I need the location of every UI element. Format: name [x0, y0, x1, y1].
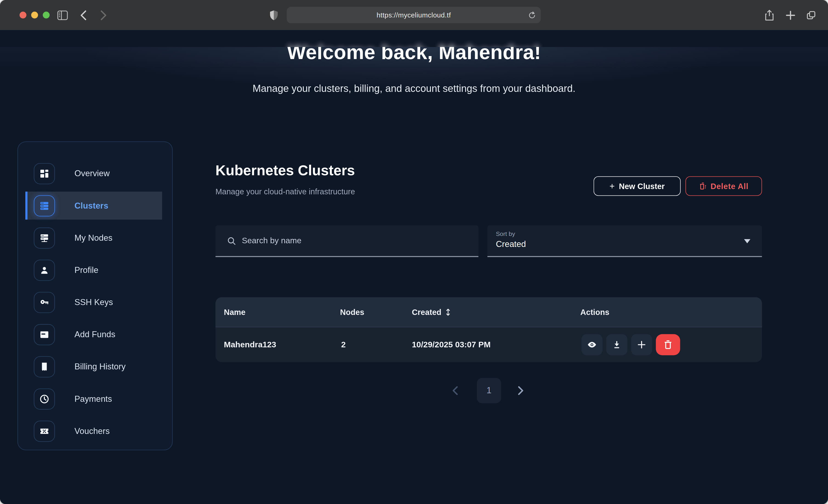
add-icon — [636, 339, 647, 350]
column-nodes: Nodes — [340, 307, 364, 316]
sidebar-item-billing-history[interactable]: Billing History — [18, 350, 172, 383]
sidebar: Overview Clusters — [17, 141, 173, 450]
shield-icon[interactable] — [270, 9, 278, 20]
sidebar-item-label: Overview — [75, 169, 110, 178]
download-icon — [612, 339, 622, 350]
top-blur-strip: Welcome back, Mahendra! — [0, 30, 828, 47]
traffic-lights — [19, 12, 50, 18]
minimize-window-button[interactable] — [31, 12, 38, 18]
node-server-icon — [34, 227, 55, 248]
sidebar-item-label: My Nodes — [75, 233, 113, 242]
credit-card-icon — [34, 324, 55, 345]
servers-icon — [34, 195, 55, 216]
page-subtitle: Manage your cloud-native infrastructure — [215, 187, 355, 196]
delete-cluster-button[interactable] — [656, 334, 680, 355]
sidebar-item-ssh-keys[interactable]: SSH Keys — [18, 286, 172, 318]
welcome-subtitle: Manage your clusters, billing, and accou… — [0, 83, 828, 95]
page-number[interactable]: 1 — [477, 378, 501, 403]
column-name: Name — [224, 307, 245, 316]
sidebar-item-my-nodes[interactable]: My Nodes — [18, 222, 172, 254]
sidebar-item-label: SSH Keys — [75, 297, 113, 307]
download-kubeconfig-button[interactable] — [606, 334, 627, 355]
next-page-button[interactable] — [514, 384, 527, 397]
view-cluster-button[interactable] — [581, 334, 603, 355]
search-input[interactable] — [242, 236, 463, 245]
sidebar-item-label: Profile — [75, 265, 98, 275]
table-header: Name Nodes Created Actions — [215, 297, 762, 327]
page-title: Kubernetes Clusters — [215, 163, 355, 179]
welcome-heading-glow: Welcome back, Mahendra! — [0, 41, 828, 47]
new-cluster-button[interactable]: + New Cluster — [593, 176, 681, 196]
previous-page-button[interactable] — [449, 384, 461, 397]
browser-toolbar: https://myceliumcloud.tf — [0, 0, 828, 30]
back-icon[interactable] — [80, 10, 87, 20]
reload-icon[interactable] — [528, 11, 536, 19]
trash-icon — [699, 182, 706, 191]
cluster-nodes: 2 — [341, 340, 346, 349]
sidebar-item-clusters[interactable]: Clusters — [18, 190, 172, 222]
add-node-button[interactable] — [631, 334, 652, 355]
person-icon — [34, 259, 55, 281]
sort-updown-icon — [445, 308, 451, 316]
sidebar-item-label: Clusters — [75, 201, 108, 210]
sidebar-item-add-funds[interactable]: Add Funds — [18, 319, 172, 350]
search-field[interactable] — [215, 225, 479, 257]
view-icon — [587, 339, 597, 350]
voucher-icon — [34, 420, 55, 442]
search-icon — [227, 236, 236, 245]
sort-dropdown[interactable]: Sort by Created — [487, 225, 762, 257]
tab-overview-icon[interactable] — [806, 10, 816, 20]
sort-label: Sort by — [496, 230, 762, 237]
sidebar-toggle-icon[interactable] — [57, 10, 68, 20]
page-content: Welcome back, Mahendra! Welcome back, Ma… — [0, 30, 828, 504]
column-created-label: Created — [412, 307, 441, 316]
table-row: Mahendra123 2 10/29/2025 03:07 PM — [215, 327, 762, 362]
sidebar-item-vouchers[interactable]: Vouchers — [18, 415, 172, 447]
sidebar-item-label: Payments — [75, 394, 112, 404]
caret-down-icon — [744, 239, 751, 243]
delete-icon — [663, 339, 673, 350]
sidebar-item-profile[interactable]: Profile — [18, 254, 172, 286]
cluster-created: 10/29/2025 03:07 PM — [412, 340, 491, 349]
browser-window: https://myceliumcloud.tf Welcome back, — [0, 0, 828, 504]
sidebar-item-label: Billing History — [75, 362, 126, 371]
plus-icon: + — [610, 181, 615, 192]
new-tab-icon[interactable] — [786, 10, 795, 20]
delete-all-label: Delete All — [711, 181, 748, 191]
url-text: https://myceliumcloud.tf — [377, 11, 451, 19]
column-actions: Actions — [580, 307, 609, 316]
chevron-right-icon — [518, 386, 524, 395]
sidebar-item-payments[interactable]: Payments — [18, 383, 172, 415]
forward-icon[interactable] — [100, 10, 107, 20]
close-window-button[interactable] — [19, 12, 27, 18]
dashboard-icon — [34, 163, 55, 184]
cluster-name: Mahendra123 — [224, 340, 276, 349]
delete-all-button[interactable]: Delete All — [686, 176, 762, 196]
new-cluster-label: New Cluster — [619, 181, 665, 191]
sort-value: Created — [496, 240, 762, 249]
clusters-table: Name Nodes Created Actions Mahendra123 2… — [215, 297, 762, 362]
receipt-icon — [34, 356, 55, 377]
sidebar-item-label: Add Funds — [75, 330, 115, 339]
zoom-window-button[interactable] — [43, 12, 50, 18]
clock-icon — [34, 388, 55, 409]
share-icon[interactable] — [764, 9, 774, 21]
sidebar-item-overview[interactable]: Overview — [18, 157, 172, 190]
column-created-sortable[interactable]: Created — [412, 307, 451, 316]
sidebar-item-label: Vouchers — [75, 426, 110, 435]
chevron-left-icon — [452, 386, 458, 395]
address-bar[interactable]: https://myceliumcloud.tf — [287, 7, 541, 23]
key-icon — [34, 292, 55, 313]
